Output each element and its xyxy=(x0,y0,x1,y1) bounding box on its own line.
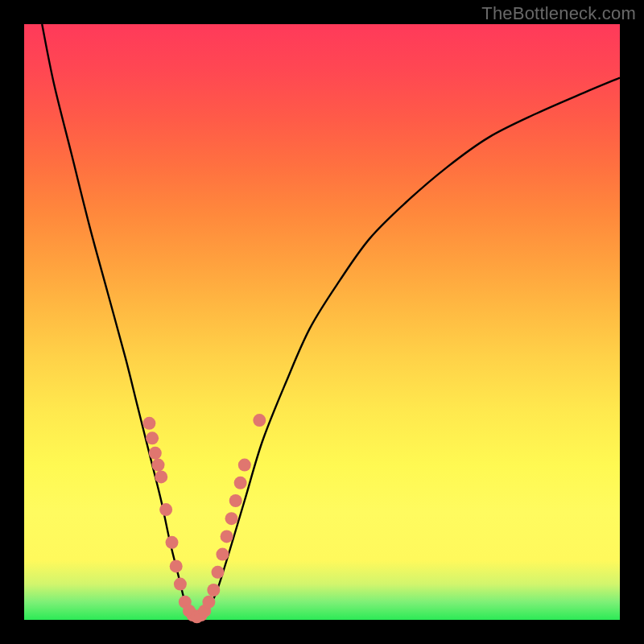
plot-area xyxy=(24,24,620,620)
curve-marker xyxy=(152,459,165,472)
curve-marker xyxy=(142,417,155,430)
bottleneck-curve-path xyxy=(42,24,620,617)
curve-markers xyxy=(142,414,266,623)
curve-marker xyxy=(202,596,215,609)
curve-marker xyxy=(221,530,233,543)
curve-marker xyxy=(159,503,172,516)
curve-marker xyxy=(207,584,220,597)
curve-marker xyxy=(155,470,167,483)
curve-marker xyxy=(166,536,179,549)
bottleneck-curve-svg xyxy=(24,24,620,620)
curve-marker xyxy=(234,477,247,489)
curve-marker xyxy=(253,414,266,427)
curve-marker xyxy=(225,512,238,525)
curve-marker xyxy=(216,548,229,561)
curve-marker xyxy=(146,431,159,444)
curve-marker xyxy=(149,447,162,460)
curve-marker xyxy=(212,566,225,579)
curve-marker xyxy=(170,559,183,572)
watermark-text: TheBottleneck.com xyxy=(481,3,636,24)
curve-marker xyxy=(174,578,187,591)
chart-frame: TheBottleneck.com xyxy=(0,0,644,644)
curve-marker xyxy=(229,494,242,507)
curve-marker xyxy=(238,459,251,472)
